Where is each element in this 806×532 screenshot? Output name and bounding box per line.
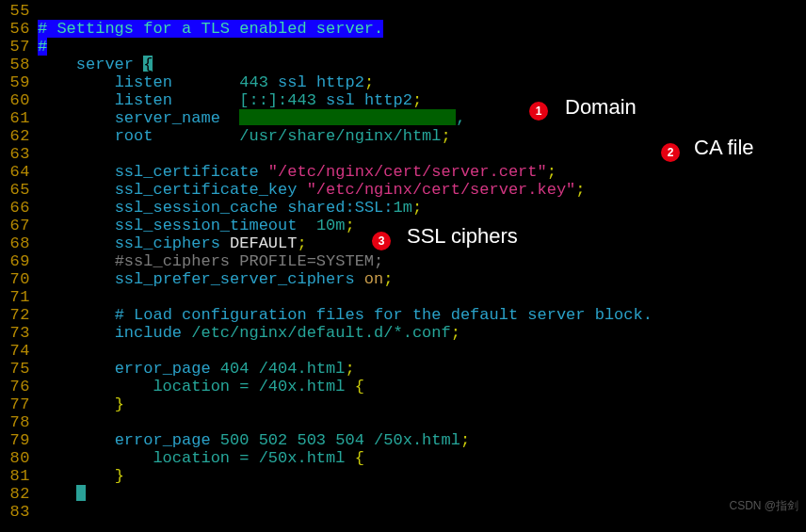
code-line: 83 — [0, 503, 806, 521]
code-line: 80 location = /50x.html { — [0, 449, 806, 467]
code-line: 82 — [0, 485, 806, 503]
code-line: 79 error_page 500 502 503 504 /50x.html; — [0, 431, 806, 449]
comment-text: # Load configuration files for the defau… — [115, 306, 653, 324]
path: /404.html — [249, 360, 345, 378]
semicolon: ; — [575, 181, 585, 199]
code-line: 74 — [0, 342, 806, 360]
semicolon: ; — [364, 73, 374, 91]
line-number: 79 — [0, 431, 38, 449]
code-line: 60 listen [::]:443 ssl http2; — [0, 91, 806, 109]
semicolon: ; — [442, 127, 451, 145]
line-number: 55 — [0, 2, 38, 20]
annotation-ca-file: CA file — [694, 138, 754, 156]
semicolon: ; — [451, 324, 460, 342]
brace-close: } — [115, 395, 124, 413]
line-number: 69 — [0, 252, 38, 270]
line-number: 56 — [0, 20, 38, 38]
comment-hash: # — [38, 20, 47, 38]
code-line: 61 server_name , — [0, 109, 806, 127]
code-line: 73 include /etc/nginx/default.d/*.conf; — [0, 324, 806, 342]
line-number: 68 — [0, 234, 38, 252]
value: [::]:443 — [239, 91, 316, 109]
badge-2-icon: 2 — [661, 143, 680, 162]
code-line: 59 listen 443 ssl http2; — [0, 73, 806, 91]
badge-1-icon: 1 — [529, 102, 548, 121]
line-number: 60 — [0, 91, 38, 109]
directive-location: location = /40x.html — [153, 378, 354, 395]
code-line: 78 — [0, 413, 806, 431]
semicolon: ; — [412, 199, 422, 217]
code-line: 62 root /usr/share/nginx/html; — [0, 127, 806, 145]
semicolon: ; — [547, 163, 556, 181]
line-number: 62 — [0, 127, 38, 145]
code-line: 75 error_page 404 /404.html; — [0, 360, 806, 378]
line-number: 74 — [0, 342, 38, 360]
code-line: 63 — [0, 145, 806, 163]
directive-location: location = /50x.html — [153, 449, 354, 467]
line-number: 73 — [0, 324, 38, 342]
semicolon: ; — [297, 234, 306, 252]
line-number: 72 — [0, 306, 38, 324]
semicolon: ; — [383, 270, 393, 288]
value: 10m — [316, 217, 346, 234]
badge-3-icon: 3 — [372, 232, 391, 250]
semicolon: ; — [346, 360, 355, 378]
directive-ssl-certificate: ssl_certificate — [115, 163, 259, 181]
line-number: 81 — [0, 467, 38, 485]
brace-open-hl: { — [143, 56, 153, 72]
code-line: 58 server { — [0, 56, 806, 73]
code-line: 71 — [0, 288, 806, 306]
code-line: 72 # Load configuration files for the de… — [0, 306, 806, 324]
cursor-icon — [76, 485, 86, 501]
value: DEFAULT — [220, 234, 298, 252]
line-number: 70 — [0, 270, 38, 288]
value: on — [355, 270, 384, 288]
value: 443 — [239, 73, 268, 91]
line-number: 59 — [0, 73, 38, 91]
string: "/etc/nginx/cert/server.key" — [307, 181, 576, 199]
line-number: 78 — [0, 413, 38, 431]
string: "/etc/nginx/cert/server.cert" — [268, 163, 547, 181]
value: 1m — [393, 199, 411, 217]
line-number: 76 — [0, 378, 38, 395]
line-number: 66 — [0, 199, 38, 217]
directive-ssl-ciphers: ssl_ciphers — [115, 234, 220, 252]
semicolon: ; — [460, 431, 470, 449]
code-line: 77 } — [0, 395, 806, 413]
value: 404 — [211, 360, 250, 378]
comment-text: Settings for a TLS enabled server. — [47, 20, 383, 38]
code-line: 76 location = /40x.html { — [0, 378, 806, 395]
directive-include: include — [115, 324, 182, 342]
value: 500 502 503 504 — [211, 431, 364, 449]
code-line: 64 ssl_certificate "/etc/nginx/cert/serv… — [0, 163, 806, 181]
brace-open: { — [355, 378, 364, 395]
code-line: 70 ssl_prefer_server_ciphers on; — [0, 270, 806, 288]
line-number: 75 — [0, 360, 38, 378]
directive-ssl-session-cache: ssl_session_cache — [115, 199, 278, 217]
line-number: 67 — [0, 217, 38, 234]
path: /etc/nginx/default.d/*.conf — [182, 324, 451, 342]
line-number: 77 — [0, 395, 38, 413]
annotation-ssl-ciphers: SSL ciphers — [407, 227, 518, 245]
code-line: 81 } — [0, 467, 806, 485]
redacted-domain — [239, 109, 456, 125]
directive-ssl-prefer: ssl_prefer_server_ciphers — [115, 270, 355, 288]
keyword-server: server — [76, 56, 134, 73]
directive-ssl-session-timeout: ssl_session_timeout — [115, 217, 298, 234]
value: ssl http2 — [268, 73, 364, 91]
code-line: 66 ssl_session_cache shared:SSL:1m; — [0, 199, 806, 217]
code-line: 55 — [0, 2, 806, 20]
semicolon: ; — [412, 91, 422, 109]
directive-listen: listen — [115, 91, 172, 109]
comment-text: #ssl_ciphers PROFILE=SYSTEM; — [115, 252, 384, 270]
code-line: 69 #ssl_ciphers PROFILE=SYSTEM; — [0, 252, 806, 270]
comment-hash: # — [38, 38, 47, 56]
watermark: CSDN @指剑 — [729, 497, 798, 515]
code-line: 67 ssl_session_timeout 10m; — [0, 217, 806, 234]
line-number: 61 — [0, 109, 38, 127]
path: /50x.html — [364, 431, 460, 449]
directive-server-name: server_name — [115, 109, 220, 127]
line-number: 80 — [0, 449, 38, 467]
directive-error-page: error_page — [115, 431, 211, 449]
code-line: 68 ssl_ciphers DEFAULT; — [0, 234, 806, 252]
